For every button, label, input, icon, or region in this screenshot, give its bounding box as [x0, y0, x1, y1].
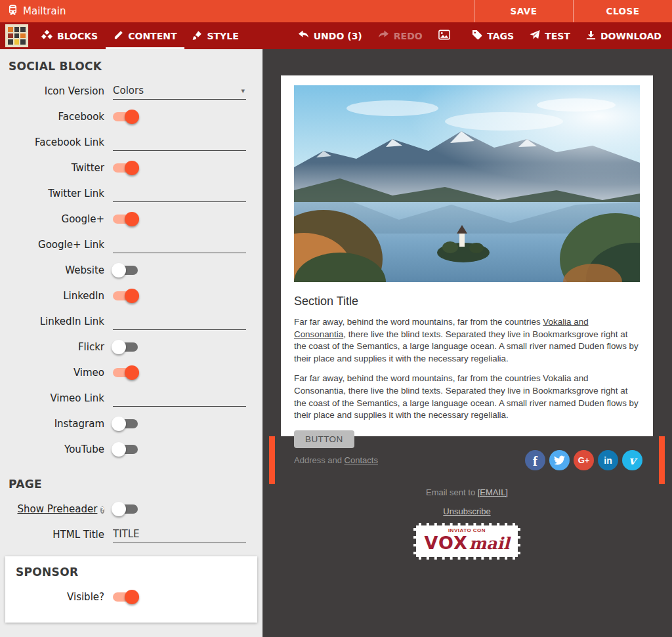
- flickr-toggle[interactable]: [113, 342, 138, 352]
- googleplus-label: Google+: [0, 213, 113, 225]
- facebook-link-input[interactable]: [113, 134, 246, 151]
- email-token-link[interactable]: [EMAIL]: [478, 487, 508, 497]
- social-icons-row: f G+ in v: [525, 450, 653, 470]
- html-title-input[interactable]: [113, 526, 246, 543]
- twitter-link-row: Twitter Link: [0, 180, 262, 206]
- logo-tile: [8, 27, 13, 32]
- youtube-row: YouTube: [0, 436, 262, 462]
- tag-icon: [472, 30, 482, 42]
- block-selection-bar-left: [269, 436, 275, 484]
- logo-tile: [8, 33, 13, 39]
- undo-icon: [298, 30, 309, 41]
- twitter-row: Twitter: [0, 155, 262, 180]
- unsubscribe-link[interactable]: Unsubscribe: [443, 506, 490, 516]
- sponsor-visible-toggle[interactable]: [113, 592, 138, 602]
- youtube-label: YouTube: [0, 443, 113, 455]
- website-toggle[interactable]: [113, 266, 138, 275]
- twitter-toggle[interactable]: [113, 163, 138, 173]
- vimeo-toggle[interactable]: [113, 368, 138, 377]
- twitter-label: Twitter: [0, 162, 113, 174]
- paragraph-2[interactable]: Far far away, behind the word mountains,…: [294, 373, 640, 421]
- toggle-knob: [112, 502, 126, 516]
- vimeo-label: Vimeo: [0, 367, 113, 379]
- toggle-knob: [125, 289, 139, 303]
- test-button[interactable]: TEST: [522, 22, 578, 49]
- website-label: Website: [0, 264, 113, 276]
- undo-label: UNDO (3): [314, 31, 362, 41]
- googleplus-row: Google+: [0, 206, 262, 232]
- show-preheader-toggle[interactable]: [113, 504, 138, 514]
- tab-style-label: STYLE: [207, 31, 238, 41]
- icon-version-select[interactable]: Colors ▾: [113, 83, 246, 100]
- brush-icon: [192, 30, 202, 42]
- section-title[interactable]: Section Title: [294, 295, 640, 308]
- linkedin-link-input[interactable]: [113, 313, 246, 330]
- linkedin-toggle[interactable]: [113, 291, 138, 300]
- instagram-label: Instagram: [0, 418, 113, 430]
- email-footer-block: Address and Contacts f G+ in v: [281, 436, 653, 484]
- tab-blocks-label: BLOCKS: [57, 31, 98, 41]
- toggle-knob: [125, 365, 139, 380]
- googleplus-icon[interactable]: G+: [574, 450, 594, 470]
- linkedin-icon[interactable]: in: [598, 450, 618, 470]
- paragraph-1-rest: , there live the blind texts. Separated …: [294, 329, 639, 363]
- show-preheader-label[interactable]: Show Preheader: [17, 503, 97, 515]
- facebook-link-row: Facebook Link: [0, 129, 262, 155]
- voxmail-badge[interactable]: INVIATO CON VOXmail: [413, 523, 520, 560]
- tab-content-label: CONTENT: [128, 31, 177, 41]
- save-button[interactable]: SAVE: [474, 0, 573, 22]
- image-gallery-button[interactable]: [430, 22, 458, 49]
- flickr-row: Flickr: [0, 334, 262, 360]
- instagram-toggle[interactable]: [113, 419, 138, 428]
- tags-button[interactable]: TAGS: [464, 22, 522, 49]
- toggle-knob: [125, 110, 139, 124]
- tab-style[interactable]: STYLE: [184, 22, 246, 49]
- voxmail-mail-text: mail: [469, 534, 510, 553]
- linkedin-link-row: LinkedIn Link: [0, 308, 262, 334]
- hero-image[interactable]: [294, 85, 640, 282]
- googleplus-link-label: Google+ Link: [0, 239, 113, 251]
- facebook-link-label: Facebook Link: [0, 136, 113, 148]
- vimeo-link-label: Vimeo Link: [0, 392, 113, 404]
- block-selection-bar-right: [659, 436, 665, 484]
- facebook-toggle[interactable]: [113, 112, 138, 121]
- download-button[interactable]: DOWNLOAD: [578, 22, 672, 49]
- redo-button[interactable]: REDO: [370, 22, 430, 49]
- close-button[interactable]: CLOSE: [573, 0, 672, 22]
- undo-button[interactable]: UNDO (3): [290, 22, 370, 49]
- brand: Mailtrain: [0, 4, 66, 19]
- sponsor-heading: SPONSOR: [16, 565, 257, 579]
- download-label: DOWNLOAD: [600, 31, 662, 41]
- logo-tile: [8, 39, 13, 45]
- twitter-link-input[interactable]: [113, 185, 246, 202]
- googleplus-toggle[interactable]: [113, 215, 138, 224]
- test-label: TEST: [545, 31, 570, 41]
- youtube-toggle[interactable]: [113, 445, 138, 454]
- header-actions: SAVE CLOSE: [474, 0, 672, 22]
- facebook-label: Facebook: [0, 111, 113, 123]
- mosaico-logo: [5, 24, 28, 47]
- email-sent-line: Email sent to [EMAIL]: [281, 487, 653, 497]
- twitter-link-label: Twitter Link: [0, 188, 113, 199]
- mailtrain-editor: Mailtrain SAVE CLOSE BLOCKS: [0, 0, 672, 637]
- redo-label: REDO: [394, 31, 423, 41]
- contacts-link[interactable]: Contacts: [345, 455, 378, 465]
- blocks-icon: [41, 30, 52, 42]
- help-icon[interactable]: ?: [100, 506, 104, 514]
- toggle-knob: [112, 442, 126, 457]
- icon-version-row: Icon Version Colors ▾: [0, 78, 262, 104]
- paragraph-1-text: Far far away, behind the word mountains,…: [294, 317, 543, 327]
- brand-title: Mailtrain: [23, 5, 66, 17]
- facebook-row: Facebook: [0, 104, 262, 129]
- twitter-icon[interactable]: [549, 450, 570, 470]
- facebook-icon[interactable]: f: [525, 450, 545, 470]
- tab-blocks[interactable]: BLOCKS: [33, 22, 106, 49]
- googleplus-link-input[interactable]: [113, 236, 246, 253]
- email-body-block: Section Title Far far away, behind the w…: [281, 75, 653, 436]
- vimeo-link-input[interactable]: [113, 390, 246, 407]
- paragraph-1[interactable]: Far far away, behind the word mountains,…: [294, 316, 640, 365]
- linkedin-label: LinkedIn: [0, 290, 113, 302]
- vimeo-icon[interactable]: v: [622, 450, 642, 470]
- tab-content[interactable]: CONTENT: [106, 22, 184, 49]
- icon-version-label: Icon Version: [0, 85, 113, 97]
